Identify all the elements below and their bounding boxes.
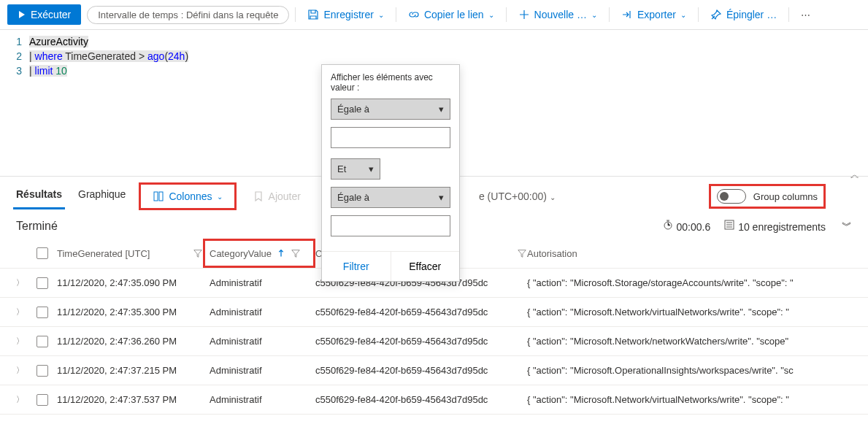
select-value: Égale à — [337, 192, 369, 203]
chevron-down-icon: ⌄ — [591, 11, 597, 19]
header-authorization-label: Autorisation — [527, 248, 577, 259]
columns-icon — [153, 190, 164, 202]
group-columns-label: Group columns — [753, 191, 818, 202]
expand-row[interactable]: 〉 — [16, 394, 37, 405]
svg-rect-1 — [159, 192, 163, 201]
svg-rect-0 — [154, 192, 158, 201]
chevron-down-icon: ⌄ — [680, 11, 686, 19]
toolbar: Exécuter Intervalle de temps : Défini da… — [0, 0, 868, 30]
more-button[interactable]: ⋯ — [795, 7, 816, 23]
chevron-right-icon: 〉 — [16, 336, 24, 347]
separator — [295, 7, 296, 22]
row-checkbox[interactable] — [37, 277, 57, 289]
columns-button[interactable]: Colonnes ⌄ — [142, 186, 232, 207]
separator — [698, 7, 699, 22]
export-button[interactable]: Exporter ⌄ — [615, 6, 692, 23]
cell-authorization: { "action": "Microsoft.OperationalInsigh… — [527, 365, 852, 376]
stopwatch-icon — [662, 219, 674, 231]
time-range-value: Défini dans la requête — [186, 9, 278, 20]
expand-row[interactable]: 〉 — [16, 277, 37, 288]
run-button[interactable]: Exécuter — [7, 4, 81, 25]
row-checkbox[interactable] — [37, 336, 57, 347]
cell-time: 11/12/2020, 2:47:37.215 PM — [57, 365, 203, 376]
table-row[interactable]: 〉11/12/2020, 2:47:37.215 PMAdministratif… — [0, 356, 868, 385]
row-checkbox[interactable] — [37, 394, 57, 406]
save-icon — [307, 9, 319, 20]
table-row[interactable]: 〉11/12/2020, 2:47:36.260 PMAdministratif… — [0, 327, 868, 356]
cell-correlation: c550f629-fe84-420f-b659-45643d7d95dc — [315, 394, 527, 405]
chevron-down-icon: ⌄ — [217, 193, 223, 201]
code-token: where — [35, 50, 63, 62]
code-token: ) — [185, 50, 188, 62]
filter-icon[interactable] — [517, 248, 527, 258]
header-time[interactable]: TimeGenerated [UTC] — [57, 248, 203, 259]
row-checkbox[interactable] — [37, 307, 57, 318]
filter-value-input-1[interactable] — [331, 127, 450, 148]
header-time-label: TimeGenerated [UTC] — [57, 248, 150, 259]
filter-operator-select-2[interactable]: Égale à ▾ — [331, 187, 450, 208]
header-category[interactable]: CategoryValue — [205, 241, 313, 266]
tab-chart[interactable]: Graphique — [75, 184, 128, 209]
checkbox-icon — [37, 365, 48, 377]
separator — [396, 7, 396, 22]
time-range-label: Intervalle de temps : — [98, 9, 183, 20]
header-authorization[interactable]: Autorisation — [527, 248, 852, 259]
expand-chevron-icon[interactable]: ︾ — [842, 220, 852, 233]
timezone-label: e (UTC+00:00) — [479, 190, 547, 202]
record-count: 10 enregistrements — [723, 219, 826, 233]
filter-icon[interactable] — [291, 248, 301, 258]
cell-authorization: { "action": "Microsoft.Network/virtualNe… — [527, 307, 852, 317]
tab-results[interactable]: Résultats — [13, 184, 65, 209]
filter-clear-button[interactable]: Effacer — [391, 252, 460, 281]
cell-authorization: { "action": "Microsoft.Network/networkWa… — [527, 336, 852, 347]
row-checkbox[interactable] — [37, 365, 57, 377]
line-gutter: 1 2 3 — [0, 34, 29, 172]
filter-logic-select[interactable]: Et ▾ — [331, 158, 380, 180]
checkbox-icon — [37, 247, 48, 259]
chevron-right-icon: 〉 — [16, 307, 24, 317]
filter-apply-button[interactable]: Filtrer — [322, 252, 391, 281]
status-label: Terminé — [16, 220, 58, 233]
link-icon — [408, 9, 420, 20]
group-columns-toggle[interactable] — [717, 189, 746, 204]
checkbox-icon — [37, 277, 48, 289]
cell-correlation: c550f629-fe84-420f-b659-45643d7d95dc — [315, 307, 527, 317]
table-row[interactable]: 〉11/12/2020, 2:47:37.537 PMAdministratif… — [0, 385, 868, 415]
select-value: Et — [337, 163, 346, 174]
copy-link-button[interactable]: Copier le lien ⌄ — [402, 6, 500, 23]
query-time-value: 00:00.6 — [677, 221, 711, 233]
cell-category: Administratif — [203, 388, 315, 412]
filter-popup: Afficher les éléments avec valeur : Égal… — [321, 64, 460, 282]
plus-icon — [518, 9, 530, 20]
time-range-pill[interactable]: Intervalle de temps : Défini dans la req… — [87, 6, 289, 24]
cell-category: Administratif — [203, 358, 315, 383]
sort-asc-icon[interactable] — [276, 248, 286, 258]
popup-title: Afficher les éléments avec valeur : — [331, 72, 450, 93]
header-category-label: CategoryValue — [210, 248, 272, 259]
pin-label: Épingler … — [726, 9, 777, 20]
add-bookmark-button[interactable]: Ajouter — [247, 186, 307, 207]
timezone-selector[interactable]: e (UTC+00:00) ⌄ — [473, 186, 561, 207]
expand-row[interactable]: 〉 — [16, 365, 37, 376]
table-row[interactable]: 〉11/12/2020, 2:47:35.300 PMAdministratif… — [0, 298, 868, 327]
cell-correlation: c550f629-fe84-420f-b659-45643d7d95dc — [315, 365, 527, 376]
line-number: 2 — [0, 49, 22, 63]
save-button[interactable]: Enregistrer ⌄ — [302, 6, 389, 23]
cell-time: 11/12/2020, 2:47:35.090 PM — [57, 277, 203, 288]
expand-row[interactable]: 〉 — [16, 307, 37, 317]
filter-operator-select-1[interactable]: Égale à ▾ — [331, 99, 450, 120]
chevron-down-icon: ⌄ — [378, 11, 384, 19]
header-category-highlight: CategoryValue — [203, 239, 315, 268]
new-button[interactable]: Nouvelle … ⌄ — [512, 6, 603, 23]
code-token: 24h — [168, 50, 185, 62]
pin-button[interactable]: Épingler … — [704, 6, 783, 23]
filter-value-input-2[interactable] — [331, 215, 450, 236]
filter-icon[interactable] — [193, 248, 203, 258]
export-icon — [621, 9, 633, 20]
query-time: 00:00.6 — [662, 219, 711, 233]
expand-row[interactable]: 〉 — [16, 336, 37, 347]
save-label: Enregistrer — [323, 9, 373, 20]
pin-icon — [710, 9, 722, 20]
header-checkbox[interactable] — [37, 247, 57, 259]
cell-time: 11/12/2020, 2:47:37.537 PM — [57, 394, 203, 405]
